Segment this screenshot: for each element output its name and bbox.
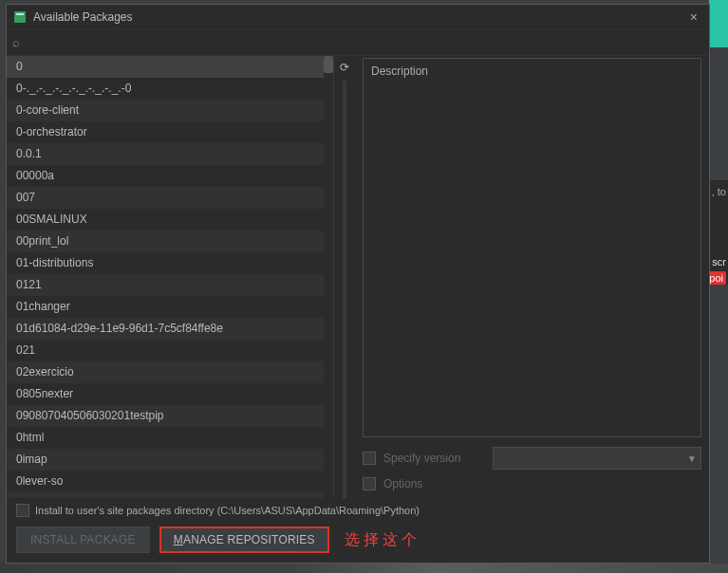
options-label: Options (383, 477, 422, 490)
package-item[interactable]: 090807040506030201testpip (7, 405, 333, 427)
package-item[interactable]: 0lever-utils (7, 492, 333, 498)
options-checkbox[interactable] (363, 477, 376, 490)
options-row: Options (363, 477, 701, 490)
package-item[interactable]: 0805nexter (7, 383, 333, 405)
svg-rect-0 (14, 11, 26, 23)
package-item[interactable]: 01changer (7, 296, 333, 318)
site-packages-label: Install to user's site packages director… (35, 505, 420, 516)
description-label: Description (371, 65, 693, 78)
install-options: Specify version ▼ Options (363, 443, 701, 494)
package-item[interactable]: 0-._.-._.-._.-._.-._.-._.-0 (7, 78, 333, 100)
available-packages-dialog: Available Packages × ⌕ 00-._.-._.-._.-._… (6, 4, 710, 564)
specify-version-checkbox[interactable] (363, 452, 376, 465)
install-package-button[interactable]: INSTALL PACKAGE (16, 527, 150, 553)
close-button[interactable]: × (684, 8, 703, 27)
package-list[interactable]: 00-._.-._.-._.-._.-._.-._.-00-core-clien… (7, 56, 333, 498)
splitter-handle[interactable] (343, 81, 346, 498)
manage-repositories-button[interactable]: MANAGE REPOSITORIES (159, 527, 329, 553)
package-item[interactable]: 00print_lol (7, 231, 333, 252)
svg-rect-1 (16, 13, 24, 15)
search-input[interactable] (26, 36, 703, 49)
package-item[interactable]: 021 (7, 340, 333, 361)
middle-column: ⟳ (334, 56, 355, 498)
package-item[interactable]: 02exercicio (7, 361, 333, 383)
package-item[interactable]: 0-core-client (7, 100, 333, 121)
search-icon: ⌕ (12, 35, 20, 49)
package-item[interactable]: 00SMALINUX (7, 209, 333, 231)
content-area: 00-._.-._.-._.-._.-._.-._.-00-core-clien… (7, 56, 709, 498)
site-packages-checkbox[interactable] (16, 504, 29, 517)
version-combobox[interactable]: ▼ (493, 447, 701, 470)
package-item[interactable]: 0121 (7, 274, 333, 296)
site-packages-row: Install to user's site packages director… (7, 498, 709, 521)
background-accent-strip (709, 0, 728, 47)
reload-icon: ⟳ (340, 61, 349, 74)
package-item[interactable]: 0.0.1 (7, 143, 333, 165)
vertical-scrollbar[interactable] (324, 56, 333, 498)
package-item[interactable]: 00000a (7, 165, 333, 187)
reload-button[interactable]: ⟳ (335, 58, 354, 77)
bg-scr-text: scr (712, 256, 726, 268)
description-panel: Description (363, 58, 701, 437)
package-item[interactable]: 0imap (7, 449, 333, 471)
package-item[interactable]: 0lever-so (7, 471, 333, 492)
manage-mnemonic: M (174, 533, 183, 546)
scrollbar-thumb[interactable] (324, 56, 333, 73)
package-list-pane: 00-._.-._.-._.-._.-._.-._.-00-core-clien… (7, 56, 334, 498)
package-item[interactable]: 0html (7, 427, 333, 449)
package-item[interactable]: 0-orchestrator (7, 121, 333, 143)
button-bar: INSTALL PACKAGE MANAGE REPOSITORIES 选择这个 (7, 521, 709, 563)
titlebar: Available Packages × (7, 5, 709, 29)
package-item[interactable]: 01-distributions (7, 252, 333, 274)
manage-label-rest: ANAGE REPOSITORIES (183, 533, 315, 546)
bottom-blur-strip (0, 564, 728, 573)
specify-version-row: Specify version ▼ (363, 447, 701, 470)
package-item[interactable]: 0 (7, 56, 333, 78)
detail-pane: Description Specify version ▼ Options (355, 56, 709, 498)
package-list-wrapper: 00-._.-._.-._.-._.-._.-._.-00-core-clien… (7, 56, 333, 498)
bg-to-text: , to (712, 186, 726, 197)
window-title: Available Packages (33, 10, 133, 24)
package-item[interactable]: 007 (7, 187, 333, 209)
chevron-down-icon: ▼ (687, 453, 697, 464)
app-icon (12, 9, 28, 25)
search-row: ⌕ (7, 29, 709, 56)
package-item[interactable]: 01d61084-d29e-11e9-96d1-7c5cf84ffe8e (7, 318, 333, 340)
annotation-text: 选择这个 (345, 530, 420, 550)
specify-version-label: Specify version (383, 452, 460, 465)
